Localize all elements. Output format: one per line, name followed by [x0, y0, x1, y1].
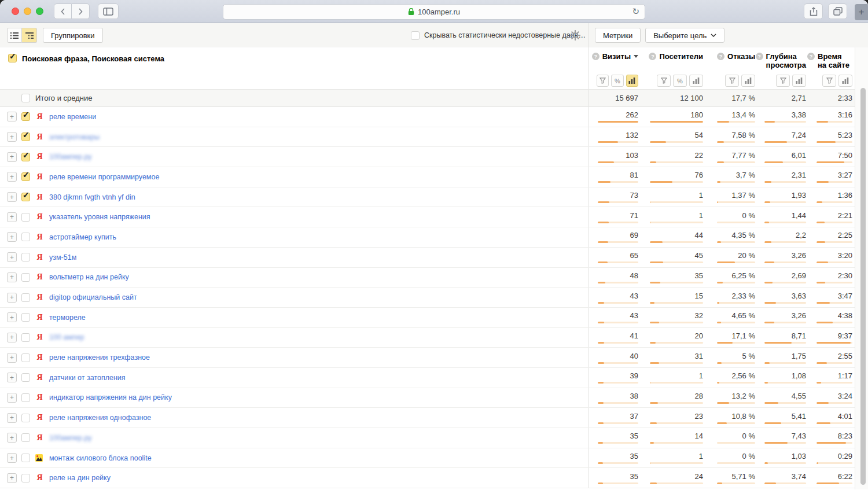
expand-button[interactable]: + — [7, 293, 17, 303]
phrase-link[interactable]: 100ампер.ру — [49, 153, 92, 161]
list-view-button[interactable] — [7, 28, 22, 43]
row-checkbox[interactable]: ✓ — [21, 373, 30, 382]
expand-button[interactable]: + — [7, 333, 17, 342]
phrase-link[interactable]: датчики от затопления — [49, 374, 126, 382]
expand-button[interactable]: + — [7, 473, 17, 483]
row-checkbox[interactable]: ✓ — [21, 474, 30, 482]
new-tab-button[interactable]: + — [855, 4, 868, 20]
back-button[interactable] — [54, 3, 72, 19]
share-button[interactable] — [804, 3, 823, 19]
row-checkbox[interactable]: ✓ — [21, 132, 30, 141]
expand-button[interactable]: + — [7, 232, 17, 242]
phrase-link[interactable]: узм-51м — [49, 253, 76, 261]
row-checkbox[interactable]: ✓ — [21, 193, 30, 201]
help-icon[interactable]: ? — [807, 53, 815, 60]
expand-button[interactable]: + — [7, 373, 17, 382]
phrase-link[interactable]: вольтметр на дин рейку — [49, 273, 129, 281]
column-header-time-on-site[interactable]: ? Время на сайте — [807, 52, 854, 69]
phrase-link[interactable]: электротовары — [49, 133, 100, 141]
minimize-window-button[interactable] — [24, 8, 31, 15]
phrase-link[interactable]: реле напряжения трехфазное — [49, 353, 150, 362]
column-header-bounce[interactable]: ? Отказы — [704, 52, 756, 69]
dimension-checkbox[interactable]: ✓ — [8, 54, 17, 62]
bars-icon[interactable] — [741, 75, 755, 87]
row-checkbox[interactable]: ✓ — [21, 393, 30, 402]
column-header-depth[interactable]: ? Глубина просмотра — [756, 52, 807, 69]
phrase-link[interactable]: digitop официальный сайт — [49, 293, 137, 301]
row-checkbox[interactable]: ✓ — [21, 293, 30, 302]
select-goal-button[interactable]: Выберите цель — [645, 28, 724, 43]
expand-button[interactable]: + — [7, 172, 17, 182]
expand-button[interactable]: + — [7, 252, 17, 262]
phrase-link[interactable]: индикатор напряжения на дин рейку — [49, 393, 172, 401]
groupings-button[interactable]: Группировки — [43, 28, 103, 43]
sidebar-toggle-button[interactable] — [98, 3, 119, 19]
phrase-link[interactable]: астротаймер купить — [49, 233, 116, 241]
filter-icon[interactable] — [776, 75, 790, 87]
expand-button[interactable]: + — [7, 192, 17, 202]
bars-icon[interactable] — [689, 75, 703, 87]
expand-button[interactable]: + — [7, 353, 17, 363]
row-checkbox[interactable]: ✓ — [21, 353, 30, 362]
tree-view-button[interactable] — [22, 28, 37, 43]
show-tabs-button[interactable] — [828, 3, 847, 19]
phrase-link[interactable]: монтаж силового блока noolite — [49, 454, 152, 462]
row-checkbox[interactable]: ✓ — [21, 233, 30, 241]
row-checkbox[interactable]: ✓ — [21, 112, 30, 121]
zoom-window-button[interactable] — [36, 8, 43, 15]
phrase-link[interactable]: 100ампер.ру — [49, 434, 92, 442]
bars-icon[interactable] — [792, 75, 806, 87]
phrase-link[interactable]: 100 ампер — [49, 333, 84, 341]
filter-icon[interactable] — [657, 75, 671, 87]
scrollbar-track[interactable] — [855, 47, 868, 489]
hide-unreliable-checkbox[interactable]: ✓ — [411, 31, 420, 40]
close-window-button[interactable] — [12, 8, 19, 15]
row-checkbox[interactable]: ✓ — [21, 433, 30, 442]
expand-button[interactable]: + — [7, 152, 17, 162]
row-checkbox[interactable]: ✓ — [21, 454, 30, 462]
settings-gear-button[interactable] — [570, 30, 580, 40]
row-checkbox[interactable]: ✓ — [21, 414, 30, 422]
expand-button[interactable]: + — [7, 312, 17, 322]
help-icon[interactable]: ? — [649, 53, 656, 60]
help-icon[interactable]: ? — [592, 53, 599, 60]
filter-icon[interactable] — [822, 75, 836, 87]
phrase-link[interactable]: указатель уровня напряжения — [49, 213, 150, 221]
row-checkbox[interactable]: ✓ — [21, 213, 30, 222]
expand-button[interactable]: + — [7, 453, 17, 463]
column-header-visitors[interactable]: ? Посетители — [639, 52, 704, 69]
help-icon[interactable]: ? — [717, 53, 724, 60]
row-checkbox[interactable]: ✓ — [21, 313, 30, 322]
scrollbar-thumb[interactable] — [860, 88, 866, 485]
phrase-link[interactable]: реле на дин рейку — [49, 474, 111, 482]
expand-button[interactable]: + — [7, 393, 17, 403]
row-checkbox[interactable]: ✓ — [21, 172, 30, 181]
filter-icon[interactable] — [597, 75, 609, 87]
expand-button[interactable]: + — [7, 413, 17, 423]
phrase-link[interactable]: термореле — [49, 314, 86, 322]
forward-button[interactable] — [72, 3, 90, 19]
phrase-link[interactable]: реле напряжения однофазное — [49, 414, 151, 422]
percent-icon[interactable]: % — [611, 75, 623, 87]
row-checkbox[interactable]: ✓ — [21, 153, 30, 161]
phrase-link[interactable]: 380 djkmn fvgth vtnh yf din — [49, 193, 135, 201]
totals-checkbox[interactable]: ✓ — [21, 94, 30, 102]
expand-button[interactable]: + — [7, 212, 17, 222]
row-checkbox[interactable]: ✓ — [21, 333, 30, 342]
phrase-link[interactable]: реле времени — [49, 113, 96, 121]
bars-icon[interactable] — [838, 75, 852, 87]
address-bar[interactable]: 100amper.ru ↻ — [223, 4, 645, 20]
row-checkbox[interactable]: ✓ — [21, 253, 30, 261]
phrase-link[interactable]: реле времени программируемое — [49, 173, 159, 181]
metrics-button[interactable]: Метрики — [595, 28, 641, 43]
reload-icon[interactable]: ↻ — [632, 6, 639, 17]
expand-button[interactable]: + — [7, 112, 17, 121]
bars-icon[interactable] — [626, 75, 638, 87]
column-header-visits[interactable]: ? Визиты — [597, 52, 639, 69]
expand-button[interactable]: + — [7, 272, 17, 282]
percent-icon[interactable]: % — [673, 75, 687, 87]
expand-button[interactable]: + — [7, 132, 17, 142]
row-checkbox[interactable]: ✓ — [21, 273, 30, 282]
help-icon[interactable]: ? — [756, 53, 763, 60]
expand-button[interactable]: + — [7, 433, 17, 443]
